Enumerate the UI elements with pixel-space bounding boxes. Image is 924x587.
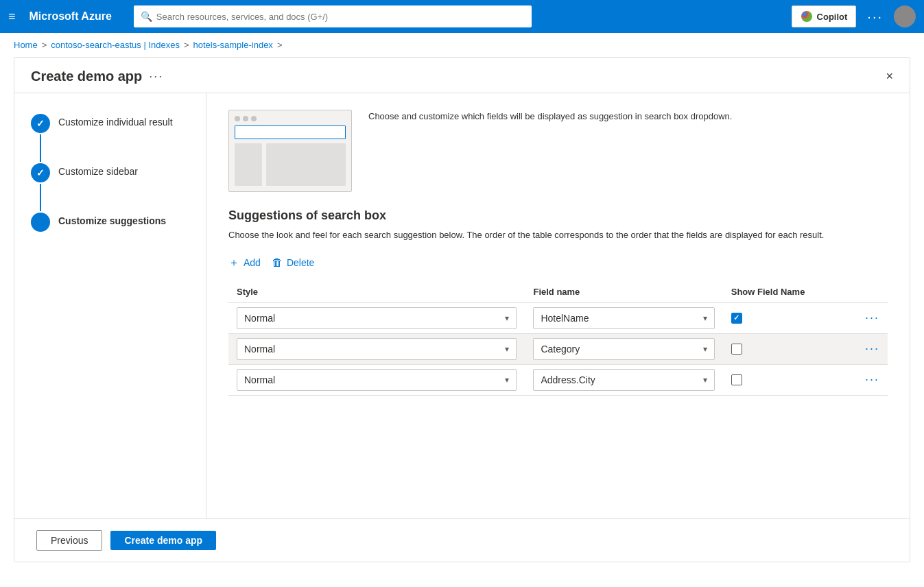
col-header-showfieldname: Show Field Name <box>723 281 822 303</box>
step-2-line <box>40 184 41 211</box>
row-2-fieldname-value: Category <box>541 344 580 355</box>
preview-area: Choose and customize which fields will b… <box>228 110 888 192</box>
chevron-down-icon: ▾ <box>505 313 509 323</box>
preview-description: Choose and customize which fields will b… <box>368 110 732 123</box>
chevron-down-icon: ▾ <box>703 375 707 385</box>
chevron-down-icon: ▾ <box>703 313 707 323</box>
step-3-label: Customize suggestions <box>58 213 166 226</box>
create-demo-app-button[interactable]: Create demo app <box>110 531 216 550</box>
svg-point-0 <box>801 11 812 22</box>
steps-panel: ✓ Customize individual result ✓ Customiz… <box>14 93 206 518</box>
row-3-actions-cell: ··· <box>822 364 888 395</box>
previous-button[interactable]: Previous <box>36 530 102 551</box>
dot-3 <box>251 116 257 121</box>
add-label: Add <box>244 257 261 268</box>
row-1-checkbox[interactable] <box>731 313 742 324</box>
row-3-more-icon[interactable]: ··· <box>865 372 879 386</box>
row-2-more-icon[interactable]: ··· <box>865 342 879 355</box>
row-1-actions-cell: ··· <box>822 302 888 333</box>
dialog-footer: Previous Create demo app <box>14 518 910 562</box>
row-3-style-value: Normal <box>244 374 275 385</box>
copilot-button[interactable]: Copilot <box>792 5 857 27</box>
row-3-fieldname-cell: Address.City ▾ <box>525 364 722 395</box>
row-1-show-cell <box>723 302 822 333</box>
create-demo-app-dialog: Create demo app ··· × ✓ Customize indivi… <box>14 57 910 562</box>
add-button[interactable]: ＋ Add <box>228 253 261 273</box>
dialog-header: Create demo app ··· × <box>14 58 910 93</box>
section-description: Choose the look and feel for each search… <box>228 228 888 242</box>
avatar[interactable] <box>894 5 916 27</box>
dialog-title: Create demo app <box>31 69 142 84</box>
breadcrumb-index-item[interactable]: hotels-sample-index <box>193 40 273 50</box>
search-input[interactable] <box>156 12 525 22</box>
breadcrumb-sep3: > <box>277 40 283 50</box>
chevron-down-icon: ▾ <box>505 344 509 354</box>
preview-sidebar <box>235 143 262 186</box>
copilot-label: Copilot <box>817 12 848 22</box>
top-nav: ≡ Microsoft Azure 🔍 Copilot ··· <box>0 0 924 33</box>
row-2-checkbox[interactable] <box>731 344 742 355</box>
row-2-style-dropdown[interactable]: Normal ▾ <box>237 338 517 360</box>
section-title: Suggestions of search box <box>228 208 888 223</box>
content-panel: Choose and customize which fields will b… <box>206 93 910 518</box>
row-1-checkbox-container <box>731 313 814 324</box>
suggestions-table: Style Field name Show Field Name Normal … <box>228 281 888 396</box>
chevron-down-icon: ▾ <box>505 375 509 385</box>
step-3-circle <box>31 213 50 232</box>
step-1-circle: ✓ <box>31 114 50 133</box>
row-1-fieldname-value: HotelName <box>541 313 589 324</box>
copilot-icon <box>801 10 813 23</box>
brand-name: Microsoft Azure <box>29 10 112 23</box>
col-header-actions <box>822 281 888 303</box>
step-2-label: Customize sidebar <box>58 163 138 177</box>
dialog-title-more-icon[interactable]: ··· <box>149 69 163 84</box>
toolbar: ＋ Add 🗑 Delete <box>228 253 888 273</box>
breadcrumb-sep1: > <box>42 40 47 50</box>
row-3-style-cell: Normal ▾ <box>228 364 525 395</box>
row-2-style-cell: Normal ▾ <box>228 333 525 364</box>
step-1: ✓ Customize individual result <box>31 114 189 163</box>
step-2-connector: ✓ <box>31 163 50 213</box>
breadcrumb: Home > contoso-search-eastus | Indexes >… <box>0 33 924 57</box>
step-1-line <box>40 134 41 162</box>
row-1-fieldname-cell: HotelName ▾ <box>525 302 722 333</box>
row-1-more-icon[interactable]: ··· <box>865 311 879 324</box>
step-3: Customize suggestions <box>31 213 189 232</box>
row-3-fieldname-dropdown[interactable]: Address.City ▾ <box>533 369 714 391</box>
preview-main <box>266 143 346 186</box>
delete-button[interactable]: 🗑 Delete <box>272 253 314 273</box>
hamburger-icon[interactable]: ≡ <box>8 10 16 24</box>
step-1-connector: ✓ <box>31 114 50 163</box>
row-2-fieldname-cell: Category ▾ <box>525 333 722 364</box>
add-icon: ＋ <box>228 256 239 270</box>
table-row: Normal ▾ Category ▾ <box>228 333 888 364</box>
chevron-down-icon: ▾ <box>703 344 707 354</box>
table-row: Normal ▾ Address.City ▾ <box>228 364 888 395</box>
close-button[interactable]: × <box>886 69 893 84</box>
row-3-checkbox[interactable] <box>731 374 742 385</box>
row-2-fieldname-dropdown[interactable]: Category ▾ <box>533 338 714 360</box>
row-1-style-dropdown[interactable]: Normal ▾ <box>237 307 517 329</box>
dialog-title-row: Create demo app ··· <box>31 69 163 84</box>
row-3-style-dropdown[interactable]: Normal ▾ <box>237 369 517 391</box>
preview-searchbar <box>235 125 346 139</box>
row-2-style-value: Normal <box>244 344 275 355</box>
row-3-checkbox-container <box>731 374 814 385</box>
top-nav-right: Copilot ··· <box>792 5 916 27</box>
row-1-fieldname-dropdown[interactable]: HotelName ▾ <box>533 307 714 329</box>
more-options-icon[interactable]: ··· <box>867 9 883 25</box>
preview-content <box>235 143 346 186</box>
row-3-fieldname-value: Address.City <box>541 374 595 385</box>
breadcrumb-home[interactable]: Home <box>14 40 38 50</box>
breadcrumb-indexes[interactable]: contoso-search-eastus | Indexes <box>51 40 180 50</box>
dialog-body: ✓ Customize individual result ✓ Customiz… <box>14 93 910 518</box>
col-header-fieldname: Field name <box>525 281 722 303</box>
search-icon: 🔍 <box>141 11 152 22</box>
breadcrumb-sep2: > <box>184 40 189 50</box>
row-1-style-cell: Normal ▾ <box>228 302 525 333</box>
table-row: Normal ▾ HotelName ▾ <box>228 302 888 333</box>
search-bar: 🔍 <box>134 5 532 27</box>
step-1-label: Customize individual result <box>58 114 173 128</box>
row-3-show-cell <box>723 364 822 395</box>
row-2-checkbox-container <box>731 344 814 355</box>
